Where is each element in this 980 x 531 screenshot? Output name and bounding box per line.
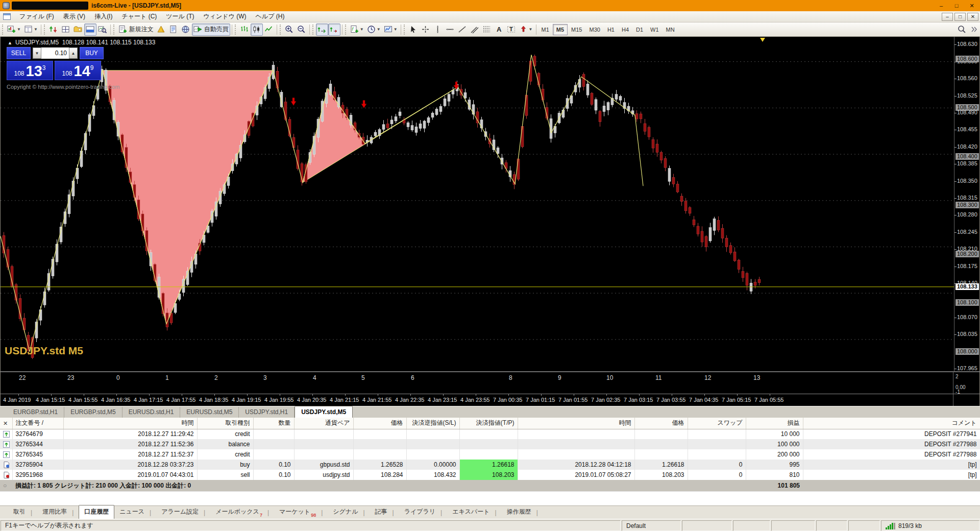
child-close-button[interactable]: ✕ xyxy=(967,13,978,21)
chart-tab-eurusd-std-m5[interactable]: EURUSD.std,M5 xyxy=(180,407,239,418)
panel-collapse-icon[interactable]: ▲ xyxy=(8,40,12,45)
mql-doc-button[interactable] xyxy=(167,23,180,36)
menu-item-2[interactable]: 挿入(I) xyxy=(90,11,117,21)
terminal-tab-4[interactable]: アラーム設定| xyxy=(156,505,210,519)
buy-button[interactable]: BUY xyxy=(80,47,104,59)
terminal-tab-8[interactable]: 記事| xyxy=(370,505,399,519)
column-header[interactable]: スワップ xyxy=(688,418,746,429)
market-watch-button[interactable] xyxy=(47,23,60,36)
equidistant-channel-button[interactable] xyxy=(469,23,481,36)
navigator-button[interactable] xyxy=(72,23,84,36)
chart-tab-usdjpy-std-m5[interactable]: USDJPY.std,M5 xyxy=(295,406,353,418)
child-restore-button[interactable]: □ xyxy=(954,13,966,21)
timeframe-w1-button[interactable]: W1 xyxy=(647,24,663,35)
history-row-32764679[interactable]: 327646792018.12.27 11:29:42credit10 000D… xyxy=(0,429,980,439)
auto-trading-button[interactable]: 自動売買 xyxy=(192,23,230,36)
terminal-close-button[interactable]: ✕ xyxy=(0,418,12,429)
new-chart-button[interactable]: ▼ xyxy=(6,23,22,36)
column-header[interactable]: 注文番号 / xyxy=(12,418,63,429)
chart-tab-eurusd-std-h1[interactable]: EURUSD.std,H1 xyxy=(122,407,181,418)
terminal-tab-11[interactable]: 操作履歴| xyxy=(502,505,543,519)
timeframe-m1-button[interactable]: M1 xyxy=(538,24,553,35)
volume-up-button[interactable]: ▲ xyxy=(69,47,78,59)
chart-tab-eurgbp-std-m5[interactable]: EURGBP.std,M5 xyxy=(64,407,122,418)
column-header[interactable]: 損益 xyxy=(746,418,803,429)
minimize-button[interactable]: – xyxy=(934,1,948,10)
auto-scroll-button[interactable] xyxy=(316,23,328,36)
column-header[interactable]: コメント xyxy=(803,418,980,429)
text-button[interactable]: A xyxy=(493,23,505,36)
indicator-subwindow[interactable]: 222301234568910111213 xyxy=(1,371,953,394)
column-header[interactable]: 価格 xyxy=(353,418,406,429)
menu-item-0[interactable]: ファイル (F) xyxy=(15,11,59,21)
indicators-button[interactable]: f▼ xyxy=(349,23,365,36)
chart-shift-button[interactable] xyxy=(328,23,340,36)
close-button[interactable]: ✕ xyxy=(965,1,979,10)
trendline-button[interactable] xyxy=(456,23,469,36)
candles-mode-button[interactable] xyxy=(251,23,263,36)
text-label-button[interactable]: T xyxy=(505,23,518,36)
price-axis[interactable]: 108.630108.595108.600108.560108.525108.5… xyxy=(954,37,979,371)
column-header[interactable]: 時間 xyxy=(518,418,634,429)
periods-button[interactable]: ▼ xyxy=(365,23,382,36)
timeframe-d1-button[interactable]: D1 xyxy=(632,24,647,35)
restore-button[interactable]: □ xyxy=(949,1,964,10)
column-header[interactable]: 数量 xyxy=(253,418,294,429)
history-row-32765345[interactable]: 327653452018.12.27 11:52:37credit200 000… xyxy=(0,449,980,460)
vertical-line-button[interactable] xyxy=(432,23,444,36)
templates-button[interactable]: ▼ xyxy=(382,23,399,36)
line-mode-button[interactable] xyxy=(263,23,275,36)
child-minimize-button[interactable]: – xyxy=(942,13,953,21)
terminal-button[interactable] xyxy=(84,23,96,36)
timeframe-m30-button[interactable]: M30 xyxy=(586,24,604,35)
column-header[interactable]: 時間 xyxy=(63,418,197,429)
terminal-tab-5[interactable]: メールボックス7| xyxy=(210,505,274,519)
column-header[interactable]: 通貨ペア xyxy=(294,418,353,429)
chart-canvas[interactable]: ▲USDJPY.std,M5 108.128 108.141 108.115 1… xyxy=(1,37,954,371)
profiles-button[interactable]: ▼ xyxy=(22,23,39,36)
chart-tab-eurgbp-std-h1[interactable]: EURGBP.std,H1 xyxy=(7,407,64,418)
dropdown-caret-icon[interactable]: ▼ xyxy=(360,27,364,32)
sell-button[interactable]: SELL xyxy=(7,47,31,59)
history-row-32785904[interactable]: 327859042018.12.28 03:37:23buy0.10gbpusd… xyxy=(0,460,980,470)
dropdown-caret-icon[interactable]: ▼ xyxy=(34,27,38,32)
timeframe-m15-button[interactable]: M15 xyxy=(568,24,585,35)
dropdown-caret-icon[interactable]: ▼ xyxy=(394,27,398,32)
terminal-tab-3[interactable]: ニュース| xyxy=(114,505,156,519)
column-header[interactable]: 決済逆指値(S/L) xyxy=(406,418,459,429)
new-order-button[interactable]: 新規注文 xyxy=(117,23,155,36)
column-header[interactable]: 取引種別 xyxy=(197,418,253,429)
search-button[interactable] xyxy=(955,23,968,36)
cursor-button[interactable] xyxy=(407,23,420,36)
sell-price[interactable]: 108 13 3 xyxy=(7,61,53,80)
time-axis[interactable]: 4 Jan 20194 Jan 15:154 Jan 15:554 Jan 16… xyxy=(1,394,953,406)
dropdown-caret-icon[interactable]: ▼ xyxy=(377,27,381,32)
volume-input[interactable] xyxy=(41,47,69,59)
bars-mode-button[interactable] xyxy=(238,23,251,36)
terminal-tab-1[interactable]: 運用比率| xyxy=(37,505,79,519)
history-row-32765344[interactable]: 327653442018.12.27 11:52:36balance100 00… xyxy=(0,439,980,449)
menu-item-4[interactable]: ツール (T) xyxy=(161,11,199,21)
timeframe-m5-button[interactable]: M5 xyxy=(553,24,568,35)
timeframe-mn-button[interactable]: MN xyxy=(663,24,678,35)
menu-item-6[interactable]: ヘルプ (H) xyxy=(251,11,289,21)
menu-item-1[interactable]: 表示 (V) xyxy=(59,11,90,21)
timeframe-h1-button[interactable]: H1 xyxy=(604,24,618,35)
terminal-tab-10[interactable]: エキスパート| xyxy=(447,505,502,519)
column-header[interactable]: 決済指値(T/P) xyxy=(459,418,518,429)
terminal-tab-0[interactable]: 取引| xyxy=(8,505,37,519)
metaeditor-button[interactable] xyxy=(155,23,167,36)
data-window-button[interactable] xyxy=(60,23,72,36)
fibonacci-button[interactable] xyxy=(481,23,493,36)
terminal-tab-9[interactable]: ライブラリ| xyxy=(399,505,448,519)
zoom-out-button[interactable] xyxy=(296,23,308,36)
history-row-32951968[interactable]: 329519682019.01.07 04:43:01sell0.10usdjp… xyxy=(0,470,980,480)
crosshair-button[interactable] xyxy=(420,23,432,36)
menu-item-3[interactable]: チャート (C) xyxy=(117,11,161,21)
terminal-tab-7[interactable]: シグナル| xyxy=(328,505,370,519)
buy-price[interactable]: 108 14 9 xyxy=(55,61,101,80)
dropdown-caret-icon[interactable]: ▼ xyxy=(17,27,21,32)
community-button[interactable] xyxy=(180,23,192,36)
overflow-button[interactable] xyxy=(968,23,980,36)
strategy-tester-button[interactable] xyxy=(96,23,109,36)
